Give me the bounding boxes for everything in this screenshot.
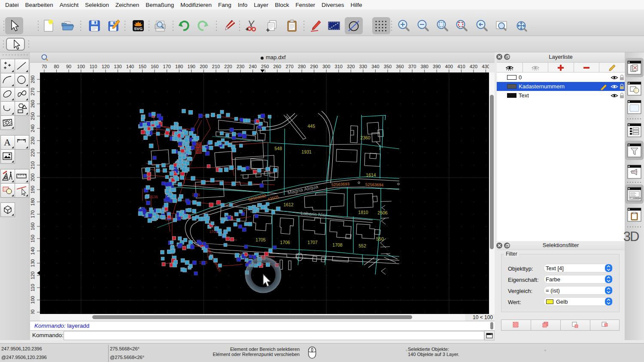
svg-text:200: 200: [200, 64, 207, 69]
svg-text:2506: 2506: [377, 210, 388, 215]
svg-text:110: 110: [30, 284, 35, 292]
svg-text:90: 90: [66, 64, 71, 69]
svg-text:1810: 1810: [358, 210, 368, 215]
svg-text:180: 180: [175, 64, 183, 69]
svg-text:70: 70: [42, 64, 47, 69]
svg-text:1931: 1931: [301, 149, 312, 154]
svg-text:140: 140: [126, 64, 134, 69]
svg-text:170: 170: [30, 210, 35, 218]
svg-text:C_command: C_command: [630, 197, 641, 199]
svg-text:360: 360: [396, 64, 404, 69]
svg-text:100: 100: [77, 64, 85, 69]
svg-text:552: 552: [358, 243, 366, 248]
svg-text:350: 350: [384, 64, 392, 69]
svg-text:420: 420: [470, 64, 477, 69]
svg-text:80: 80: [54, 64, 59, 69]
svg-text:430: 430: [482, 64, 489, 69]
svg-text:210: 210: [30, 161, 35, 169]
svg-text:290: 290: [310, 64, 318, 69]
svg-text:52563694: 52563694: [365, 182, 384, 187]
svg-text:1707: 1707: [307, 240, 318, 245]
svg-text:310: 310: [335, 64, 343, 69]
svg-text:340: 340: [371, 64, 379, 69]
svg-text:1706: 1706: [280, 240, 290, 245]
svg-text:550: 550: [376, 236, 384, 241]
svg-text:445: 445: [307, 124, 315, 129]
svg-text:270: 270: [286, 64, 293, 69]
svg-text:280: 280: [298, 64, 306, 69]
svg-text:330: 330: [359, 64, 367, 69]
svg-text:250: 250: [261, 64, 269, 69]
svg-text:2136: 2136: [150, 195, 158, 199]
svg-text:190: 190: [188, 64, 195, 69]
svg-text:130: 130: [114, 64, 122, 69]
svg-text:1708: 1708: [332, 242, 343, 247]
svg-text:260: 260: [273, 64, 281, 69]
svg-text:370: 370: [408, 64, 416, 69]
svg-text:SVG: SVG: [134, 26, 143, 31]
svg-text:150: 150: [138, 64, 146, 69]
svg-text:120: 120: [102, 64, 109, 69]
svg-text:130: 130: [30, 259, 35, 267]
svg-text:390: 390: [433, 64, 440, 69]
svg-text:150: 150: [30, 235, 35, 242]
svg-text:190: 190: [30, 186, 35, 193]
svg-text:90: 90: [30, 310, 35, 314]
svg-text:380: 380: [421, 64, 428, 69]
svg-text:220: 220: [30, 149, 35, 157]
svg-text:220: 220: [224, 64, 232, 69]
svg-text:240: 240: [30, 124, 35, 132]
svg-text:110: 110: [90, 64, 97, 69]
svg-text:230: 230: [237, 64, 244, 69]
svg-text:548: 548: [274, 146, 282, 151]
svg-text:400: 400: [445, 64, 453, 69]
svg-text:250: 250: [30, 112, 35, 120]
svg-text:240: 240: [249, 64, 257, 69]
svg-text:1614: 1614: [366, 172, 376, 178]
svg-text:410: 410: [457, 64, 465, 69]
svg-text:120: 120: [30, 272, 35, 279]
svg-text:2360: 2360: [360, 135, 371, 140]
svg-text:300: 300: [322, 64, 330, 69]
svg-text:1612: 1612: [283, 202, 294, 207]
svg-text:210: 210: [212, 64, 220, 69]
svg-text:280: 280: [30, 75, 35, 83]
svg-text:170: 170: [163, 64, 171, 69]
svg-text:270: 270: [30, 87, 35, 95]
svg-text:1705: 1705: [255, 237, 266, 242]
svg-text:260: 260: [30, 100, 35, 108]
svg-text:160: 160: [151, 64, 158, 69]
svg-text:A: A: [4, 137, 11, 148]
svg-text:230: 230: [30, 137, 35, 145]
svg-text:100: 100: [30, 296, 35, 304]
svg-text:140: 140: [30, 247, 35, 255]
svg-text:320: 320: [347, 64, 355, 69]
svg-text:160: 160: [30, 223, 35, 230]
svg-text:180: 180: [30, 198, 35, 206]
svg-text:200: 200: [30, 173, 35, 181]
svg-text:52563693: 52563693: [331, 181, 349, 187]
